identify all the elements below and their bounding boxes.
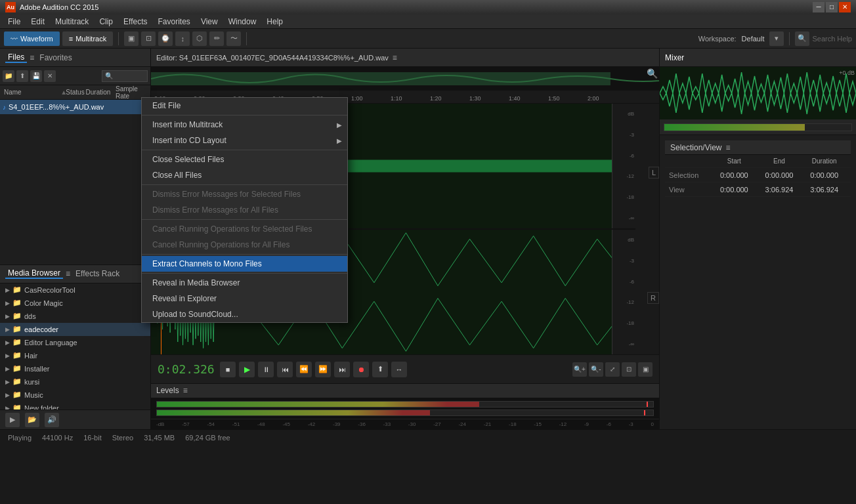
status-free: 69,24 GB free — [185, 434, 230, 442]
folder-arrow-icon: ▶ — [5, 300, 10, 306]
editor-header: Editor: S4_01EEF63A_001407EC_9D0A544A419… — [151, 49, 659, 67]
editor-menu-icon[interactable]: ≡ — [393, 53, 397, 62]
menu-window[interactable]: Window — [223, 16, 262, 28]
ctx-cancel-selected[interactable]: Cancel Running Operations for Selected F… — [142, 221, 347, 237]
col-duration-header: Duration — [802, 158, 847, 165]
close-button[interactable]: ✕ — [839, 2, 851, 12]
effects-rack-tab[interactable]: Effects Rack — [75, 269, 119, 278]
right-channel-label: R — [647, 292, 659, 304]
tool-pencil[interactable]: ✏ — [209, 32, 224, 46]
zoom-out-button[interactable]: 🔍- — [589, 362, 603, 377]
levels-menu[interactable]: ≡ — [183, 386, 188, 395]
tool-time[interactable]: ⌚ — [158, 32, 173, 46]
waveform-mode-button[interactable]: 〰 Waveform — [4, 32, 60, 46]
favorites-tab[interactable]: Favorites — [39, 53, 72, 62]
media-browser-menu[interactable]: ≡ — [66, 269, 70, 278]
save-icon[interactable]: 💾 — [30, 70, 42, 82]
maximize-button[interactable]: □ — [826, 2, 838, 12]
open-file-icon[interactable]: ⬆ — [16, 70, 28, 82]
media-folder-colormagic[interactable]: ▶ 📁 Color Magic — [0, 297, 150, 310]
zoom-more-button[interactable]: ▣ — [638, 362, 653, 377]
media-folder-newfolder[interactable]: ▶ 📁 New folder — [0, 402, 150, 410]
zoom-full-button[interactable]: ⤢ — [605, 362, 620, 377]
toolbar-sep2 — [246, 32, 247, 45]
folder-icon-colormagic: 📁 — [12, 299, 22, 307]
new-file-icon[interactable]: 📁 — [3, 70, 14, 82]
import-button[interactable]: ↔ — [391, 362, 407, 377]
col-duration-header: Duration — [86, 89, 116, 96]
search-icon[interactable]: 🔍 — [795, 32, 809, 46]
media-folder-eadecoder[interactable]: ▶ 📁 eadecoder — [0, 323, 150, 336]
ctx-close-selected[interactable]: Close Selected Files — [142, 152, 347, 167]
playback-level-bar[interactable] — [664, 123, 852, 131]
export-button[interactable]: ⬆ — [372, 362, 388, 377]
tool-smooth[interactable]: 〜 — [226, 32, 241, 46]
pause-button[interactable]: ⏸ — [258, 362, 274, 377]
menu-file[interactable]: File — [3, 16, 26, 28]
files-panel-menu[interactable]: ≡ — [30, 53, 34, 62]
file-item[interactable]: ♪ S4_01EEF...8%%+_AUD.wav — [0, 100, 150, 114]
files-panel-header: Files ≡ Favorites — [0, 49, 150, 67]
tool-select[interactable]: ▣ — [124, 32, 139, 46]
window-controls: ─ □ ✕ — [813, 2, 851, 12]
context-menu: Edit File Insert into Multitrack ▶ Inser… — [141, 97, 348, 323]
media-play-button[interactable]: ▶ — [5, 413, 20, 427]
ctx-close-all[interactable]: Close All Files — [142, 167, 347, 183]
search-input[interactable] — [102, 70, 148, 82]
ctx-insert-cd[interactable]: Insert into CD Layout ▶ — [142, 133, 347, 148]
fast-forward-button[interactable]: ⏩ — [315, 362, 331, 377]
ctx-reveal-media[interactable]: Reveal in Media Browser — [142, 275, 347, 291]
media-volume-button[interactable]: 🔊 — [45, 413, 59, 427]
ruler-11: 2:00 — [588, 95, 599, 102]
ctx-cancel-all[interactable]: Cancel Running Operations for All Files — [142, 237, 347, 253]
zoom-sel-button[interactable]: ⊡ — [622, 362, 636, 377]
tool-lasso[interactable]: ⬡ — [192, 32, 207, 46]
next-button[interactable]: ⏭ — [334, 362, 350, 377]
waveform-scrollbar[interactable] — [635, 104, 659, 354]
db-scale-top: dB-3-6-12-18-∞ — [612, 104, 635, 228]
ctx-extract-channels[interactable]: Extract Channels to Mono Files — [142, 256, 347, 272]
media-folder-editorlang[interactable]: ▶ 📁 Editor Language — [0, 336, 150, 349]
ctx-dismiss-selected[interactable]: Dismiss Error Messages for Selected File… — [142, 186, 347, 202]
record-button[interactable]: ⏺ — [353, 362, 369, 377]
selection-title: Selection/View — [670, 143, 722, 152]
ctx-dismiss-all[interactable]: Dismiss Error Messages for All Files — [142, 202, 347, 218]
files-tab[interactable]: Files — [5, 52, 27, 63]
menu-effects[interactable]: Effects — [118, 16, 152, 28]
media-folder-kursi[interactable]: ▶ 📁 kursi — [0, 375, 150, 388]
minimize-button[interactable]: ─ — [813, 2, 824, 12]
waveform-preview: +0 dB — [660, 67, 856, 119]
menu-favorites[interactable]: Favorites — [153, 16, 196, 28]
zoom-in-button[interactable]: 🔍+ — [572, 362, 587, 377]
media-folder-hair[interactable]: ▶ 📁 Hair — [0, 349, 150, 362]
media-folder-casrecolor[interactable]: ▶ 📁 CasRecolorTool — [0, 284, 150, 297]
menu-multitrack[interactable]: Multitrack — [50, 16, 94, 28]
media-folder-dds[interactable]: ▶ 📁 dds — [0, 310, 150, 323]
menu-help[interactable]: Help — [261, 16, 288, 28]
ctx-insert-multitrack[interactable]: Insert into Multitrack ▶ — [142, 117, 347, 133]
close-icon[interactable]: ✕ — [44, 70, 56, 82]
tool-marquee[interactable]: ⊡ — [141, 32, 156, 46]
multitrack-mode-button[interactable]: ≡ Multitrack — [62, 32, 113, 46]
folder-arrow-icon: ▶ — [5, 287, 10, 293]
media-folder-installer[interactable]: ▶ 📁 Installer — [0, 362, 150, 375]
ctx-reveal-explorer[interactable]: Reveal in Explorer — [142, 291, 347, 306]
ctx-upload-soundcloud[interactable]: Upload to SoundCloud... — [142, 306, 347, 322]
media-browser-tab[interactable]: Media Browser — [5, 268, 63, 279]
selection-menu[interactable]: ≡ — [726, 143, 731, 152]
toolbar-sep3 — [789, 32, 790, 45]
rewind-button[interactable]: ⏪ — [296, 362, 312, 377]
play-button[interactable]: ▶ — [239, 362, 255, 377]
stop-button[interactable]: ■ — [220, 362, 236, 377]
media-folder-button[interactable]: 📂 — [25, 413, 39, 427]
workspace-dropdown[interactable]: ▾ — [769, 32, 784, 46]
prev-button[interactable]: ⏮ — [277, 362, 293, 377]
media-folder-music[interactable]: ▶ 📁 Music — [0, 388, 150, 402]
ctx-edit-file[interactable]: Edit File — [142, 98, 347, 114]
menu-clip[interactable]: Clip — [94, 16, 118, 28]
menu-view[interactable]: View — [196, 16, 223, 28]
zoom-controls: 🔍+ 🔍- ⤢ ⊡ ▣ — [572, 362, 653, 377]
tool-cursor[interactable]: ↕ — [175, 32, 190, 46]
menu-edit[interactable]: Edit — [26, 16, 50, 28]
view-duration: 3:06.924 — [802, 186, 847, 194]
